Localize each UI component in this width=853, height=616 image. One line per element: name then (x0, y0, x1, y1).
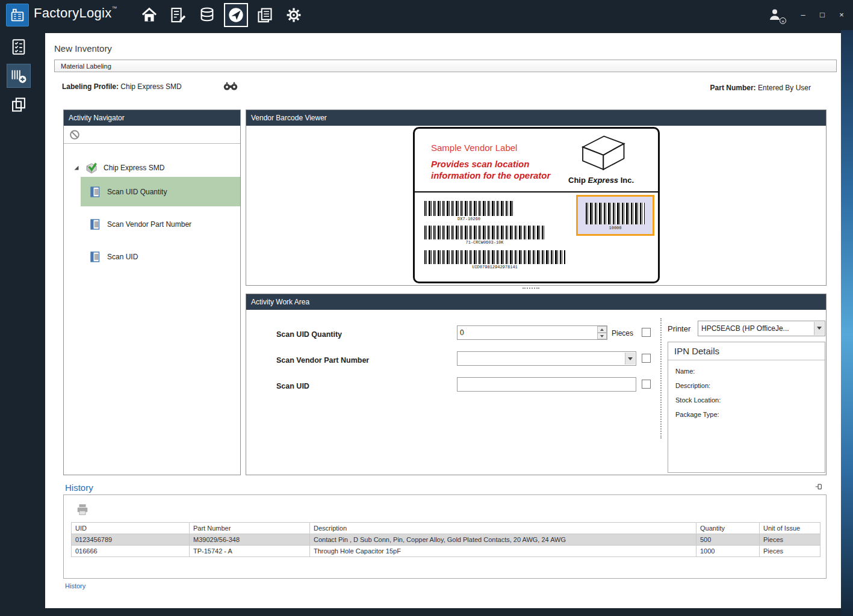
barcode-uid: UID079812942978141 (424, 250, 565, 270)
part-number-value: Entered By User (758, 84, 811, 92)
navigator-toolbar (64, 126, 240, 144)
spinner-up-icon[interactable] (597, 326, 607, 333)
column-header-quantity[interactable]: Quantity (696, 523, 760, 534)
binoculars-icon[interactable] (223, 81, 238, 92)
table-row[interactable]: 0123456789 M39029/56-348 Contact Pin , D… (72, 534, 820, 546)
ipn-details-title: IPN Details (668, 342, 825, 360)
barcode-part: DX7-10260 (424, 201, 513, 221)
barcode-bars (586, 203, 645, 224)
tree-item-scan-uid-quantity[interactable]: Scan UID Quantity (81, 177, 240, 206)
scan-uid-quantity-input[interactable] (457, 325, 607, 340)
profile-check-icon (84, 161, 99, 175)
activity-work-area-panel: Activity Work Area Scan UID Quantity Pie… (246, 294, 827, 475)
barcode-bars (424, 226, 545, 239)
titlebar: FactoryLogix™ × (0, 0, 853, 30)
field-label-scan-uid: Scan UID (276, 382, 309, 390)
history-table: UID Part Number Description Quantity Uni… (71, 522, 820, 557)
cell-uid: 0123456789 (72, 534, 190, 546)
table-row[interactable]: 016666 TP-15742 - A Through Hole Capacit… (72, 546, 820, 557)
history-footer-link[interactable]: History (65, 582, 85, 590)
scan-uid-checkbox[interactable] (642, 380, 651, 389)
app-logo-icon (6, 4, 29, 26)
ipn-package-type-label: Package Type: (675, 411, 825, 418)
cell-unit-of-issue: Pieces (760, 546, 820, 557)
tree-root-chip-express-smd[interactable]: Chip Express SMD (64, 156, 240, 180)
vendor-company-name: Chip Express Inc. (568, 176, 634, 185)
quantity-spinner[interactable] (597, 326, 607, 339)
scan-uid-input[interactable] (457, 377, 636, 392)
tree-root-label: Chip Express SMD (104, 164, 164, 172)
pin-icon[interactable] (814, 482, 823, 491)
checklist-icon[interactable] (7, 35, 31, 59)
tree-item-scan-vendor-part-number[interactable]: Scan Vendor Part Number (81, 209, 240, 239)
printer-select[interactable]: HPC5EACB (HP OfficeJe... (698, 321, 825, 336)
printer-selected-value: HPC5EACB (HP OfficeJe... (698, 321, 825, 336)
cell-unit-of-issue: Pieces (760, 534, 820, 546)
table-header-row: UID Part Number Description Quantity Uni… (72, 523, 820, 534)
user-signout-icon[interactable]: × (768, 7, 783, 23)
field-label-scan-vendor-part-number: Scan Vendor Part Number (276, 356, 369, 365)
app-title: FactoryLogix™ (34, 5, 117, 21)
tab-material-labeling[interactable]: Material Labeling (54, 60, 837, 72)
cell-part-number: TP-15742 - A (190, 546, 310, 557)
ipn-stock-location-label: Stock Location: (675, 396, 825, 404)
profile-row: Labeling Profile: Chip Express SMD Part … (62, 82, 811, 96)
barcode-bars (424, 201, 513, 216)
cell-quantity: 500 (696, 534, 760, 546)
cell-description: Through Hole Capacitor 15pF (310, 546, 696, 557)
home-icon[interactable] (137, 3, 161, 27)
label-doc-icon (89, 218, 101, 230)
circle-slash-icon[interactable] (69, 129, 80, 140)
column-header-unit-of-issue[interactable]: Unit of Issue (760, 523, 820, 534)
close-button[interactable]: × (836, 0, 847, 30)
print-icon[interactable] (76, 503, 89, 516)
clipboard-edit-icon[interactable] (166, 3, 190, 27)
column-header-part-number[interactable]: Part Number (190, 523, 310, 534)
maximize-button[interactable]: □ (817, 0, 828, 30)
chevron-down-icon[interactable] (814, 322, 824, 335)
database-icon[interactable] (195, 3, 219, 27)
horizontal-splitter[interactable] (523, 288, 539, 291)
left-rail (0, 30, 37, 616)
column-header-uid[interactable]: UID (72, 523, 190, 534)
tree-item-scan-uid[interactable]: Scan UID (81, 242, 240, 271)
chevron-down-icon[interactable] (625, 353, 635, 365)
scan-vendor-part-number-combo[interactable] (457, 351, 636, 366)
tree-item-label: Scan UID Quantity (107, 188, 167, 196)
scan-vendor-part-number-checkbox[interactable] (642, 354, 651, 363)
scan-uid-quantity-checkbox[interactable] (642, 328, 651, 337)
chip-package-icon (572, 131, 630, 174)
history-title: History (65, 482, 93, 493)
gear-icon[interactable] (282, 3, 306, 27)
barcode-caption: 71-CRCW0603-10K (424, 240, 545, 245)
documents-icon[interactable] (253, 3, 277, 27)
activity-navigator-panel: Activity Navigator Chip Express SMD Scan… (63, 109, 241, 475)
spinner-down-icon[interactable] (597, 333, 607, 339)
vertical-splitter[interactable] (660, 318, 663, 439)
window-controls: × – □ × (768, 0, 847, 30)
ipn-name-label: Name: (675, 368, 825, 375)
tree-item-label: Scan Vendor Part Number (107, 220, 191, 229)
column-header-description[interactable]: Description (310, 523, 696, 534)
minimize-button[interactable]: – (798, 0, 808, 30)
printer-label: Printer (668, 324, 690, 333)
vendor-label-heading: Sample Vendor Label (431, 143, 517, 153)
expander-icon[interactable] (73, 165, 79, 171)
ipn-details-box: IPN Details Name: Description: Stock Loc… (668, 342, 825, 473)
tab-label: Material Labeling (55, 61, 111, 72)
label-doc-icon (89, 251, 101, 263)
copy-icon[interactable] (7, 93, 31, 117)
highlighted-quantity-barcode: 10000 (576, 195, 654, 236)
label-divider (415, 191, 658, 192)
tree-item-label: Scan UID (107, 253, 138, 261)
cell-description: Contact Pin , D Sub Conn, Pin, Copper Al… (310, 534, 696, 546)
labeling-profile-label: Labeling Profile: (62, 82, 119, 91)
barcode-caption: DX7-10260 (424, 217, 513, 221)
vendor-label-note: Provides scan location information for t… (431, 159, 572, 182)
main-content: New Inventory Material Labeling Labeling… (45, 33, 841, 608)
window-edge-gradient (841, 30, 853, 616)
labeling-profile-value: Chip Express SMD (120, 82, 181, 91)
navigation-arrow-icon[interactable] (224, 3, 248, 27)
pieces-label: Pieces (612, 329, 633, 337)
barcode-add-icon[interactable] (7, 64, 31, 88)
